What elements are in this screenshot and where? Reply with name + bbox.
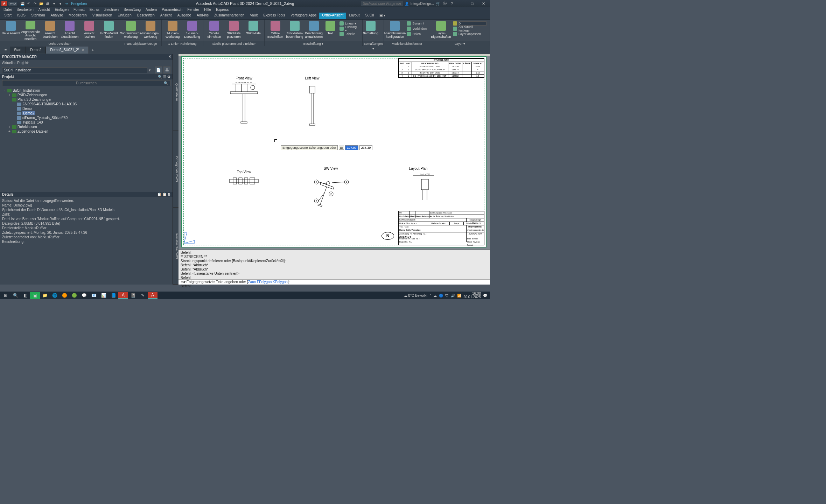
ribbon-button[interactable]: 1-Linien-Werkzeug (163, 20, 182, 41)
menu-bearbeiten[interactable]: Bearbeiten (14, 7, 35, 13)
viewport-front[interactable]: Front View JLG40 JN283 301.77 (228, 82, 260, 113)
tree-node[interactable]: Demo (2, 106, 170, 111)
tray-clock[interactable]: 16:0020.01.2025 (463, 292, 481, 299)
help-icon[interactable]: ? (449, 0, 455, 7)
qat-plot-icon[interactable]: 🖶 (44, 0, 51, 7)
menu-zeichnen[interactable]: Zeichnen (102, 7, 121, 13)
menu-fenster[interactable]: Fenster (185, 7, 201, 13)
maximize-button[interactable]: □ (467, 0, 477, 7)
tree-search-input[interactable]: Durchsuchen (2, 80, 170, 86)
taskbar-app[interactable]: 📓 (128, 292, 138, 299)
taskbar-app[interactable]: 🌐 (50, 292, 59, 299)
dynamic-input[interactable]: Entgegengesetzte Ecke angeben oder ▦ 197… (281, 145, 372, 150)
ribbon-button[interactable]: Layer-Eigenschaften (432, 20, 450, 41)
ribbon-button[interactable]: Ansicht löschen (80, 20, 99, 41)
taskbar-app[interactable]: 💬 (79, 292, 89, 299)
qat-save-icon[interactable]: 💾 (19, 0, 26, 7)
ribbon-button[interactable]: Tabelle einrichten (205, 20, 224, 41)
ribbon-button[interactable]: Text (324, 20, 337, 41)
help-search-input[interactable] (361, 1, 403, 6)
ribbon-tab[interactable]: Ausgabe (175, 13, 194, 19)
ribbon-tab[interactable]: Analyse (48, 13, 66, 19)
qat-btn[interactable]: ▾ (57, 0, 63, 7)
search-icon[interactable]: 🔍 (10, 292, 20, 299)
start-button[interactable]: ⊞ (1, 292, 10, 299)
taskbar-app[interactable]: 📘 (108, 292, 118, 299)
taskbar-app[interactable]: 🟢 (69, 292, 79, 299)
tree-node[interactable]: -Plant 3D-Zeichnungen (2, 97, 170, 102)
minimize-button[interactable]: — (456, 0, 466, 7)
tray-notifications-icon[interactable]: 💬 (483, 294, 487, 298)
ribbon-tab[interactable]: Layout (346, 13, 362, 19)
ribbon-tab[interactable]: Express Tools (260, 13, 288, 19)
signin-icon[interactable]: 👤 (404, 0, 410, 7)
menu-datei[interactable]: Datei (1, 7, 14, 13)
viewport-sw[interactable]: SW View 1 4 2 3 (312, 172, 350, 211)
ribbon-button[interactable]: Beschriftung aktualisieren (304, 20, 323, 41)
menu-einfügen[interactable]: Einfügen (53, 7, 71, 13)
panel-label[interactable]: Plant-Objektwerkzeuge (120, 41, 161, 46)
taskview-icon[interactable]: ◧ (20, 292, 30, 299)
ribbon-small-button[interactable]: Benannt (406, 21, 428, 26)
qat-btn[interactable]: ▾ (51, 0, 57, 7)
qat-redo-icon[interactable]: ↷ (32, 0, 38, 7)
ribbon-tab[interactable]: Modellieren (66, 13, 90, 19)
share-button[interactable]: Freigeben (70, 0, 88, 7)
ribbon-tab[interactable]: Ortho-Ansicht (319, 13, 346, 19)
ribbon-small-button[interactable]: Holen (406, 31, 428, 36)
qat-open-icon[interactable]: 📂 (38, 0, 44, 7)
file-tab[interactable]: Demo2 (26, 47, 46, 54)
panel-label[interactable]: Tabelle platzieren und einrichten (203, 41, 264, 46)
dyn-value-1[interactable]: 197.97 (345, 145, 358, 150)
side-tab[interactable]: Orthogonale DWG (173, 131, 178, 208)
qat-forward-icon[interactable]: ➜ (63, 0, 70, 7)
taskbar-app[interactable]: 🟠 (59, 292, 69, 299)
tab-close-icon[interactable]: ✕ (82, 48, 84, 52)
tray-icon[interactable]: 🛡 (445, 294, 449, 298)
ribbon-tab[interactable]: Verfügbare Apps (288, 13, 319, 19)
ribbon-tab[interactable]: Einfügen (115, 13, 134, 19)
ribbon-button[interactable]: Isolierungs-werkzeug (141, 20, 160, 41)
ribbon-small-button[interactable]: Tabelle (338, 31, 360, 36)
menu-ändern[interactable]: Ändern (144, 7, 159, 13)
ribbon-button[interactable]: Ansichtsfenster-konfiguration (385, 20, 404, 41)
new-tab-button[interactable]: + (89, 48, 97, 52)
file-tab[interactable]: Demo2_SU021_2*✕ (46, 47, 89, 54)
menu-express[interactable]: Express (214, 7, 231, 13)
project-tree[interactable]: -SuCri_Installation+P&ID-Zeichnungen-Pla… (0, 87, 173, 192)
panel-label[interactable]: Ortho-Ansichten (0, 41, 120, 46)
dyn-value-2[interactable]: 238.39 (359, 145, 373, 150)
ribbon-button[interactable]: Ansicht aktualisieren (60, 20, 79, 41)
app-icon[interactable]: Ⓐ (442, 0, 448, 7)
ribbon-tab[interactable]: SuCri (362, 13, 377, 19)
tray-network-icon[interactable]: 📶 (457, 294, 461, 298)
project-combo[interactable] (2, 67, 147, 73)
ribbon-button[interactable]: Bemaßung (364, 20, 377, 41)
taskbar-app[interactable]: A (148, 292, 158, 299)
menu-bemaßung[interactable]: Bemaßung (121, 7, 143, 13)
panel-label[interactable]: Modellansichtsfenster (384, 41, 430, 46)
ribbon-extra[interactable]: ▣ ▾ (377, 13, 388, 19)
details-tools[interactable]: 📋 📋 ⇅ (157, 192, 170, 196)
taskbar-app[interactable]: 📧 (89, 292, 99, 299)
pm-close-icon[interactable]: ✕ (168, 55, 171, 58)
ribbon-tab[interactable]: Stahlbau (28, 13, 48, 19)
menu-ansicht[interactable]: Ansicht (36, 7, 52, 13)
menu-parametrisch[interactable]: Parametrisch (160, 7, 184, 13)
ribbon-button[interactable]: Angrenzende Ansicht erstellen (21, 20, 40, 41)
taskbar-app-autocad[interactable]: A (118, 292, 128, 299)
taskbar-app[interactable]: 📊 (99, 292, 108, 299)
pm-print-icon[interactable]: 🖶 (163, 66, 170, 74)
ribbon-button[interactable]: In 3D-Modell finden (99, 20, 118, 41)
viewport-left[interactable]: Left View (305, 82, 319, 113)
tray-volume-icon[interactable]: 🔊 (451, 294, 455, 298)
ribbon-tab[interactable]: Add-ins (194, 13, 211, 19)
ribbon-button[interactable]: Ansicht bearbeiten (41, 20, 59, 41)
viewport-layout[interactable]: Layout Plan North = 1500 (399, 172, 438, 211)
ribbon-button[interactable]: Stückliste platzieren (224, 20, 243, 41)
ribbon-tab[interactable]: Zusammenarbeiten (211, 13, 247, 19)
tree-node[interactable]: Demo2 (2, 111, 170, 115)
panel-label[interactable]: Layer ▾ (430, 41, 490, 46)
tree-node[interactable]: +P&ID-Zeichnungen (2, 93, 170, 97)
taskbar-app[interactable]: ▣ (30, 292, 40, 299)
